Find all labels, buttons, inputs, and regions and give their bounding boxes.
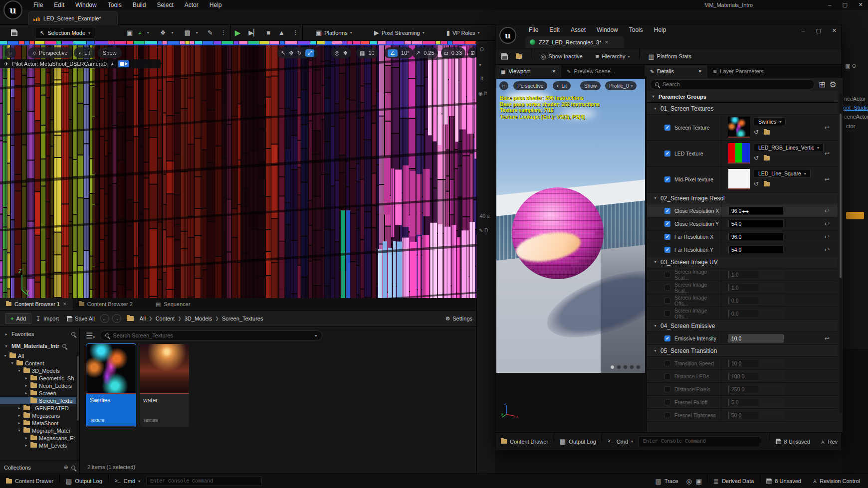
camera-speed-icon[interactable]: ◘ <box>444 50 448 56</box>
reset-to-default-icon[interactable]: ↩ <box>825 124 830 131</box>
browse-to-asset-icon[interactable] <box>764 130 770 135</box>
tree-item-screen_textu[interactable]: Screen_Textu <box>0 397 76 404</box>
param-value-input[interactable]: 96.0 <box>728 232 784 241</box>
source-dropdown[interactable]: ▾MM_Materials_Intr <box>0 340 79 352</box>
group-header-01[interactable]: ▾01_Screen Textures <box>647 103 838 115</box>
close-icon[interactable]: ✕ <box>832 27 837 34</box>
param-row-screen-image-offs[interactable]: Screen Image Offs...0.0 <box>647 307 838 320</box>
play-button[interactable]: ▶ <box>231 25 245 41</box>
mw-output-log-button[interactable]: ▤ Output Log <box>554 433 602 450</box>
select-tool-icon[interactable]: ↖ <box>281 50 285 56</box>
breadcrumb-content[interactable]: Content <box>153 316 178 322</box>
mw-menu-tools[interactable]: Tools <box>624 25 649 36</box>
param-value-input[interactable]: 0.0 <box>728 309 784 318</box>
selection-mode-dropdown[interactable]: ↖ Selection Mode▾ <box>35 27 95 39</box>
mw-menu-edit[interactable]: Edit <box>544 25 565 36</box>
param-row-distance-pixels[interactable]: Distance Pixels250.0 <box>647 383 838 396</box>
display-filter-icon[interactable]: ⊞ <box>819 80 825 89</box>
reset-to-default-icon[interactable]: ↩ <box>825 246 830 253</box>
frame-skip-button[interactable]: ▶▏ <box>244 25 262 41</box>
details-settings-icon[interactable]: ⚙ <box>829 80 836 89</box>
tree-item-neon_letters[interactable]: ▸Neon_Letters <box>0 382 76 389</box>
world-space-icon[interactable]: ◎ <box>335 50 340 56</box>
group-header-02[interactable]: ▾02_Screen Image Resol <box>647 192 838 204</box>
screenshot-icon[interactable]: ▣ <box>694 474 707 488</box>
mw-cmd-dropdown[interactable]: >_ Cmd▾ <box>602 433 639 450</box>
param-checkbox[interactable] <box>664 386 670 392</box>
texture-asset-dropdown[interactable]: Swirlies▾ <box>754 117 786 126</box>
param-checkbox[interactable]: ✔ <box>664 221 670 227</box>
insights-icon[interactable]: ◎ <box>684 474 694 488</box>
expand-arrow-icon[interactable]: ▾ <box>3 353 7 358</box>
param-value-input[interactable]: 5.0 <box>728 398 784 406</box>
search-icon[interactable] <box>71 332 75 336</box>
asset-search-input[interactable]: Search Screen_Textures ▾ <box>100 330 322 340</box>
tab-details[interactable]: ✎ Details ✕ <box>645 65 707 78</box>
param-value-input[interactable]: 10.0 <box>728 334 784 342</box>
tree-item-mograph_mater[interactable]: ▾Mograph_Mater <box>0 427 76 434</box>
asset-tile-swirlies[interactable]: SwirliesTexture <box>86 344 136 427</box>
use-selected-icon[interactable]: ↺ <box>754 129 759 136</box>
hierarchy-dropdown[interactable]: ≡ Hierarchy▾ <box>592 48 634 64</box>
derived-data-button[interactable]: ≣ Derived Data <box>707 474 760 488</box>
eject-button[interactable]: ▲ <box>274 25 289 41</box>
filter-icon[interactable]: ☰▾ <box>86 331 95 340</box>
viewport-show-button[interactable]: Show <box>98 47 122 58</box>
viewport-perspective-button[interactable]: ◇ Perspective <box>28 47 72 58</box>
cinematics-button[interactable]: ▤▾ <box>179 25 203 41</box>
surface-snap-icon[interactable]: ❖ <box>343 50 348 56</box>
editor-modes-button[interactable]: ✎ <box>204 25 217 41</box>
menu-file[interactable]: File <box>28 0 48 9</box>
param-value-input[interactable]: 100.0 <box>728 372 784 380</box>
tree-scrollbar[interactable] <box>76 352 79 461</box>
expand-arrow-icon[interactable]: ▾ <box>17 428 21 433</box>
expand-arrow-icon[interactable]: ▸ <box>17 421 21 425</box>
tree-item-megascans[interactable]: ▸Megascans <box>0 412 76 419</box>
breadcrumb-all[interactable]: All <box>137 316 149 322</box>
mw-revision-button[interactable]: Y Rev <box>816 433 842 450</box>
tree-item-content[interactable]: ▾Content <box>0 359 76 367</box>
breadcrumb-3d_models[interactable]: 3D_Models <box>182 316 216 322</box>
param-checkbox[interactable] <box>664 399 670 405</box>
maximize-icon[interactable]: ▢ <box>816 27 821 34</box>
minimize-icon[interactable]: – <box>828 1 831 8</box>
settings-button[interactable]: ⚙Settings <box>441 311 476 326</box>
minimize-icon[interactable]: – <box>802 27 805 34</box>
expand-arrow-icon[interactable]: ▾ <box>17 368 21 373</box>
use-selected-icon[interactable]: ↺ <box>754 155 759 162</box>
menu-tools[interactable]: Tools <box>102 0 127 9</box>
tree-item-screen[interactable]: ▸Screen <box>0 389 76 397</box>
show-inactive-toggle[interactable]: ◎ Show Inactive <box>536 48 587 64</box>
browse-to-asset-icon[interactable] <box>764 156 770 161</box>
menu-actor[interactable]: Actor <box>179 0 204 9</box>
param-checkbox[interactable]: ✔ <box>664 208 670 214</box>
parameter-groups-header[interactable]: ▾Parameter Groups <box>647 91 838 103</box>
close-tab-icon[interactable]: ✕ <box>552 69 556 74</box>
param-row-far-resolution-y[interactable]: ✔Far Resolution Y54.0↩ <box>647 243 838 256</box>
trace-button[interactable]: ▥ Trace <box>650 474 684 488</box>
param-value-input[interactable]: 1.0 <box>728 270 784 279</box>
scale-snap-value[interactable]: 0.25 <box>424 50 434 56</box>
texture-thumbnail[interactable] <box>728 143 750 163</box>
param-row-close-resolution-y[interactable]: ✔Close Resolution Y54.0↩ <box>647 217 838 230</box>
expand-arrow-icon[interactable]: ▸ <box>24 391 28 395</box>
outliner-row-fragment[interactable]: nceActor <box>844 96 866 102</box>
angle-snap-icon[interactable]: ∠ <box>388 49 398 57</box>
viewport-lit-button[interactable]: ◐ Lit <box>74 47 95 58</box>
forward-icon[interactable]: → <box>112 314 121 323</box>
breadcrumb-screen_textures[interactable]: Screen_Textures <box>219 316 266 322</box>
param-checkbox[interactable]: ✔ <box>664 176 670 182</box>
param-checkbox[interactable]: ✔ <box>664 247 670 253</box>
param-row-fresnel-falloff[interactable]: Fresnel Falloff5.0 <box>647 396 838 409</box>
expand-arrow-icon[interactable]: ▸ <box>17 406 21 410</box>
menu-window[interactable]: Window <box>70 0 102 9</box>
outliner-row-fragment[interactable]: ctor <box>846 123 855 129</box>
texture-asset-dropdown[interactable]: LED_Line_Square▾ <box>754 169 811 178</box>
reset-to-default-icon[interactable]: ↩ <box>825 207 830 214</box>
platforms-dropdown[interactable]: ▣ Platforms▾ <box>312 25 356 41</box>
save-all-button[interactable]: Save All <box>63 313 99 324</box>
reset-to-default-icon[interactable]: ↩ <box>825 176 830 183</box>
tree-item-megascans_e:[interactable]: ▸Megascans_E: <box>0 434 76 442</box>
camera-speed-value[interactable]: 0.33 <box>451 50 462 56</box>
add-collection-icon[interactable]: ⊕ <box>64 464 68 471</box>
